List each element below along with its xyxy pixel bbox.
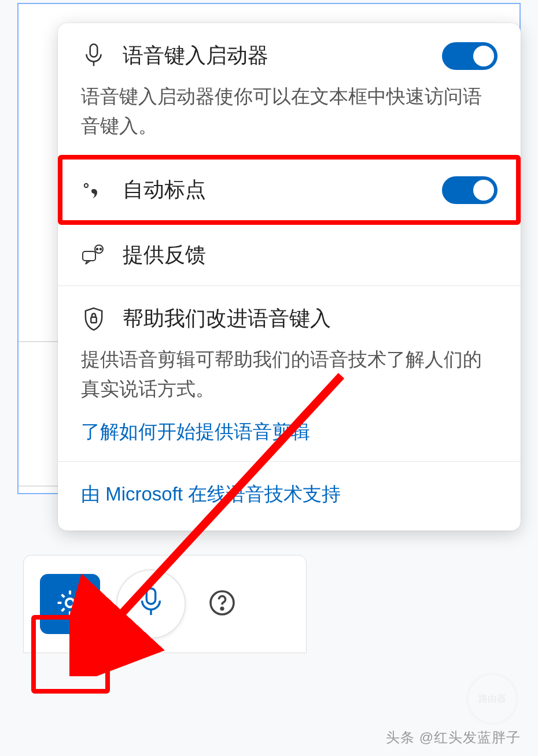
annotation-highlight-settings xyxy=(31,615,110,694)
feedback-icon xyxy=(81,243,106,268)
auto-punctuation-toggle[interactable] xyxy=(442,176,498,204)
learn-more-link[interactable]: 了解如何开始提供语音剪辑 xyxy=(81,419,498,445)
punctuation-icon xyxy=(81,177,106,203)
svg-point-10 xyxy=(221,607,223,610)
svg-point-4 xyxy=(97,248,98,250)
svg-point-5 xyxy=(100,248,102,250)
setting-description: 语音键入启动器使你可以在文本框中快速访问语音键入。 xyxy=(81,81,498,140)
microphone-button[interactable] xyxy=(116,569,186,639)
microphone-icon xyxy=(138,587,164,621)
svg-point-1 xyxy=(84,184,88,187)
help-button[interactable] xyxy=(202,584,242,624)
svg-point-7 xyxy=(66,599,74,607)
setting-title: 自动标点 xyxy=(123,176,426,204)
setting-auto-punctuation: 自动标点 xyxy=(58,155,521,225)
setting-voice-launcher: 语音键入启动器 语音键入启动器使你可以在文本框中快速访问语音键入。 xyxy=(58,23,521,157)
voice-launcher-toggle[interactable] xyxy=(442,42,498,70)
voice-typing-settings-panel: 语音键入启动器 语音键入启动器使你可以在文本框中快速访问语音键入。 自动标点 xyxy=(58,23,521,531)
setting-improve-voice: 帮助我们改进语音键入 提供语音剪辑可帮助我们的语音技术了解人们的真实说话方式。 … xyxy=(58,286,521,461)
image-credit: 头条 @红头发蓝胖子 xyxy=(386,728,521,747)
setting-title: 帮助我们改进语音键入 xyxy=(123,305,498,333)
setting-title: 语音键入启动器 xyxy=(123,42,426,70)
bg-rule xyxy=(19,486,59,487)
setting-title: 提供反馈 xyxy=(123,241,498,269)
svg-rect-8 xyxy=(146,588,155,604)
setting-feedback[interactable]: 提供反馈 xyxy=(58,223,521,286)
microphone-icon xyxy=(81,43,106,69)
setting-description: 提供语音剪辑可帮助我们的语音技术了解人们的真实说话方式。 xyxy=(81,344,498,403)
shield-lock-icon xyxy=(81,306,106,332)
help-icon xyxy=(208,589,236,619)
watermark-badge: 路由器 xyxy=(466,673,518,725)
powered-by-text: 由 Microsoft 在线语音技术支持 xyxy=(58,462,521,531)
bg-rule xyxy=(19,341,59,342)
svg-rect-0 xyxy=(90,44,98,57)
svg-rect-6 xyxy=(91,317,96,323)
svg-rect-2 xyxy=(83,251,95,261)
